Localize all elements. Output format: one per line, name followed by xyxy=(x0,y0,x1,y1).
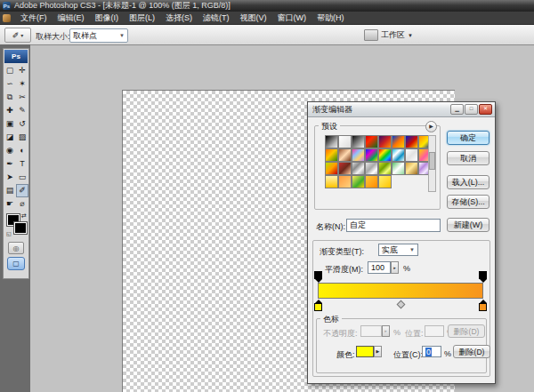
ok-button[interactable]: 确定 xyxy=(447,131,490,145)
blur-tool[interactable]: ◉ xyxy=(4,144,16,157)
gradient-preset-green-yellow-red[interactable] xyxy=(325,162,338,175)
position-percent: % xyxy=(444,349,451,358)
name-label: 名称(N): xyxy=(316,221,345,233)
pen-tool[interactable]: ✒ xyxy=(4,157,16,171)
gradient-preset-cyan-white-stripes[interactable] xyxy=(392,148,405,162)
gradient-preset-green-yellow[interactable] xyxy=(352,175,365,188)
eyedropper-tool[interactable]: ✐ xyxy=(16,184,28,197)
crop-tool[interactable]: ⧉ xyxy=(4,91,16,104)
dodge-tool[interactable]: ◐ xyxy=(16,144,28,157)
scrollbar-thumb[interactable] xyxy=(429,152,435,170)
load-button[interactable]: 载入(L)... xyxy=(447,175,490,189)
name-value: 自定 xyxy=(350,220,366,231)
menu-item-6[interactable]: 视图(V) xyxy=(235,12,272,24)
gradient-preset-white[interactable] xyxy=(338,135,352,148)
menu-item-4[interactable]: 选择(S) xyxy=(160,12,198,24)
gradient-preset-spectrum-blue-red-green[interactable] xyxy=(365,148,378,162)
delete-stop-button[interactable]: 删除(D) xyxy=(453,345,490,358)
gradient-preset-silver-stripes[interactable] xyxy=(352,162,365,175)
tool-preset-picker[interactable]: ✐ ▾ xyxy=(4,28,31,43)
gradient-preset-yellow-gold[interactable] xyxy=(325,175,338,188)
menu-item-2[interactable]: 图像(I) xyxy=(90,12,125,24)
menu-item-3[interactable]: 图层(L) xyxy=(124,12,160,24)
presets-flyout-button[interactable]: ▶ xyxy=(425,121,437,132)
quick-mask-button[interactable]: ◎ xyxy=(8,242,24,254)
gradient-preset-fg-to-transparent[interactable] xyxy=(325,135,338,148)
move-tool[interactable]: ✛ xyxy=(16,64,28,77)
close-icon[interactable]: ✕ xyxy=(479,104,492,115)
dialog-title: 渐变编辑器 xyxy=(312,104,352,116)
stop-color-swatch[interactable] xyxy=(356,346,374,357)
chevron-down-icon: ▼ xyxy=(119,33,125,38)
screen-mode-button[interactable]: ▢ xyxy=(7,257,25,270)
name-input[interactable]: 自定 xyxy=(346,219,441,232)
clone-stamp-tool[interactable]: ▣ xyxy=(4,117,16,131)
smoothness-input[interactable]: 100 xyxy=(368,261,391,274)
position-input[interactable]: 0 xyxy=(422,346,441,357)
position-c-label: 位置(C): xyxy=(393,349,423,361)
menu-item-1[interactable]: 编辑(E) xyxy=(53,12,90,24)
dialog-title-bar[interactable]: 渐变编辑器 ▁ □ ✕ xyxy=(308,102,495,117)
gradient-preset-orange-green[interactable] xyxy=(325,148,338,162)
gradient-preset-green-white[interactable] xyxy=(392,162,405,175)
menu-item-7[interactable]: 窗口(W) xyxy=(272,12,312,24)
notes-tool[interactable]: ▤ xyxy=(4,184,16,197)
app-title-bar: Ps Adobe Photoshop CS3 - [未标题-1 @ 100% (… xyxy=(0,0,534,12)
magic-wand-tool[interactable]: ✶ xyxy=(16,77,28,91)
gradient-preset-copper[interactable] xyxy=(338,148,352,162)
menu-item-8[interactable]: 帮助(H) xyxy=(312,12,350,24)
lasso-tool[interactable]: ∽ xyxy=(4,77,16,91)
healing-brush-tool[interactable]: ✚ xyxy=(4,104,16,117)
type-tool[interactable]: T xyxy=(16,157,28,171)
presets-scrollbar[interactable] xyxy=(428,135,436,192)
gradient-preview-bar[interactable] xyxy=(318,283,483,299)
opacity-stop-right[interactable] xyxy=(479,271,487,282)
gradient-preset-rainbow[interactable] xyxy=(378,148,392,162)
gradient-type-select[interactable]: 实底 ▼ xyxy=(378,244,418,256)
gradient-preset-red-green[interactable] xyxy=(365,135,378,148)
hand-tool[interactable]: ☛ xyxy=(4,197,16,211)
gradient-preset-white-soft[interactable] xyxy=(405,148,418,162)
position-input-disabled xyxy=(425,325,444,337)
maximize-icon[interactable]: □ xyxy=(465,104,478,115)
gradient-preset-blue-red-yellow[interactable] xyxy=(405,135,418,148)
background-color-swatch[interactable] xyxy=(14,222,27,234)
gradient-preset-silver-soft[interactable] xyxy=(365,162,378,175)
gradient-preset-black-white[interactable] xyxy=(352,135,365,148)
shape-tool[interactable]: ▭ xyxy=(16,171,28,184)
gradient-preset-orange-yellow[interactable] xyxy=(365,175,378,188)
opacity-label: 不透明度: xyxy=(323,328,358,340)
path-selection-tool[interactable]: ➤ xyxy=(4,171,16,184)
gradient-preset-blue-orange[interactable] xyxy=(392,135,405,148)
gradient-tool[interactable]: ▨ xyxy=(16,131,28,144)
save-button[interactable]: 存储(S)... xyxy=(447,195,490,209)
gradient-preset-yellow-soft[interactable] xyxy=(378,175,392,188)
default-colors-icon[interactable]: ◱ xyxy=(6,230,12,236)
color-stop-right[interactable] xyxy=(479,300,487,310)
slice-tool[interactable]: ✂ xyxy=(16,91,28,104)
opacity-input xyxy=(360,325,382,337)
brush-tool[interactable]: ✎ xyxy=(16,104,28,117)
gradient-preset-gold-brown[interactable] xyxy=(405,162,418,175)
gradient-preset-violet-orange[interactable] xyxy=(378,135,392,148)
workspace-button[interactable]: 工作区 ▼ xyxy=(381,29,413,41)
cancel-button[interactable]: 取消 xyxy=(447,151,490,165)
zoom-tool[interactable]: ⌀ xyxy=(16,197,28,211)
smoothness-spinner[interactable]: ▸ xyxy=(391,261,399,274)
gradient-preset-yellow-green-stripes[interactable] xyxy=(378,162,392,175)
menu-item-5[interactable]: 滤镜(T) xyxy=(198,12,235,24)
rect-marquee-tool[interactable]: ▢ xyxy=(4,64,16,77)
minimize-icon[interactable]: ▁ xyxy=(450,104,464,115)
swap-colors-icon[interactable]: ⇄ xyxy=(21,212,27,220)
eraser-tool[interactable]: ◪ xyxy=(4,131,16,144)
opacity-stop-left[interactable] xyxy=(314,271,322,282)
gradient-preset-orange-light[interactable] xyxy=(338,175,352,188)
sample-size-select[interactable]: 取样点 ▼ xyxy=(69,28,128,43)
color-stop-left[interactable] xyxy=(314,300,322,310)
history-brush-tool[interactable]: ↺ xyxy=(16,117,28,131)
menu-item-0[interactable]: 文件(F) xyxy=(15,12,53,24)
color-flyout-arrow[interactable]: ▶ xyxy=(374,346,382,357)
new-button[interactable]: 新建(W) xyxy=(447,218,490,232)
gradient-preset-red-brown[interactable] xyxy=(338,162,352,175)
gradient-preset-chrome-multicolor[interactable] xyxy=(352,148,365,162)
